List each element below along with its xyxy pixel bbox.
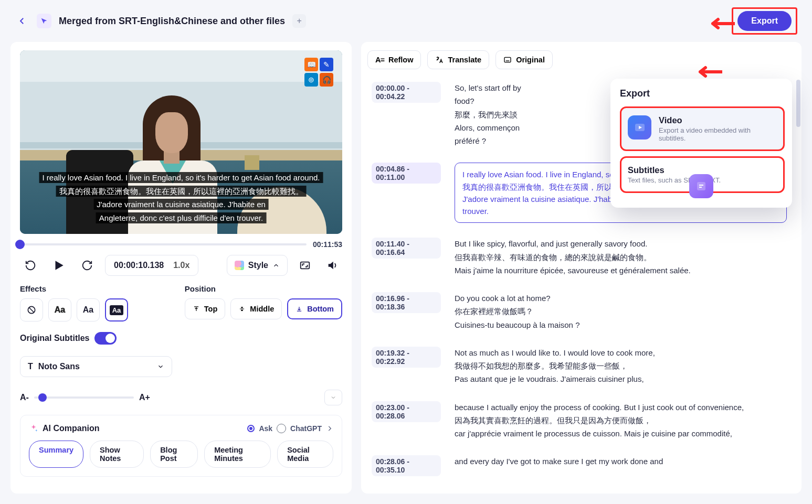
font-size-row: A- A+	[20, 390, 342, 405]
svg-rect-4	[697, 182, 705, 190]
transcript-timestamp[interactable]: 00:16.96 - 00:18.36	[372, 292, 441, 313]
effect-plain[interactable]: Aa	[77, 298, 100, 321]
left-panel: 📖 ✎ ⊚ 🎧 I really love Asian food. I live…	[10, 42, 352, 494]
badge-icon: 📖	[304, 58, 318, 71]
position-middle[interactable]: Middle	[230, 298, 282, 319]
chevron-right-icon	[326, 425, 333, 432]
back-button[interactable]	[15, 14, 29, 28]
transcript-row[interactable]: 00:11.40 - 00:16.64But I like spicy, fla…	[367, 230, 791, 285]
export-video-title: Video	[659, 115, 777, 125]
subtitles-export-icon	[689, 174, 713, 198]
transcript-row[interactable]: 00:16.96 - 00:18.36Do you cook a lot at …	[367, 285, 791, 339]
effect-boxed[interactable]: Aa	[105, 298, 128, 321]
add-file-button[interactable]: +	[292, 14, 306, 28]
transcript-line: Cuisines-tu beaucoup à la maison ?	[455, 319, 787, 331]
transcript-line: But I like spicy, flavorful, and just ge…	[455, 238, 787, 250]
original-subtitles-row: Original Subtitles	[20, 332, 342, 345]
play-button[interactable]	[48, 255, 69, 276]
transcript-text[interactable]: Not as much as I would like to. I would …	[455, 347, 787, 387]
transcript-timestamp[interactable]: 00:00.00 - 00:04.22	[372, 82, 441, 103]
video-scrubber[interactable]	[20, 243, 307, 245]
transcript-row[interactable]: 00:23.00 - 00:28.06because I actually en…	[367, 394, 791, 448]
transcript-text[interactable]: Do you cook a lot at home?你在家裡經常做飯嗎？Cuis…	[455, 292, 787, 332]
transcript-text[interactable]: and every day I've got to make sure I ge…	[455, 455, 787, 468]
playback-speed[interactable]: 1.0x	[173, 261, 189, 270]
ai-chip-meeting-minutes[interactable]: Meeting Minutes	[204, 441, 271, 468]
transcript-timestamp[interactable]: 00:23.00 - 00:28.06	[372, 401, 441, 422]
timecode-box[interactable]: 00:00:10.138 1.0x	[105, 255, 198, 276]
transcript-text[interactable]: But I like spicy, flavorful, and just ge…	[455, 238, 787, 277]
ai-chip-social-media[interactable]: Social Media	[277, 441, 333, 468]
transcript-timestamp[interactable]: 00:11.40 - 00:16.64	[372, 238, 441, 259]
subtitle-line-en: I really love Asian food. I live in Engl…	[39, 172, 323, 183]
burned-subtitles: I really love Asian food. I live in Engl…	[33, 171, 330, 224]
ai-provider-label: ChatGPT	[290, 424, 322, 433]
transcript-row[interactable]: 00:19.32 - 00:22.92Not as much as I woul…	[367, 339, 791, 394]
original-button[interactable]: Original	[495, 50, 553, 69]
video-preview[interactable]: 📖 ✎ ⊚ 🎧 I really love Asian food. I live…	[20, 50, 342, 234]
video-duration: 00:11:53	[313, 240, 342, 249]
effects-section: Effects Aa Aa Aa	[20, 284, 153, 321]
transcript-line: 但我喜歡辛辣、有味道的食物，總的來說就是鹹的食物。	[455, 251, 787, 263]
position-bottom[interactable]: Bottom	[287, 298, 342, 319]
ai-chip-row: SummaryShow NotesBlog PostMeeting Minute…	[29, 441, 333, 468]
export-popover: Export Video Export a video embedded wit…	[610, 79, 792, 208]
transcript-timestamp[interactable]: 00:28.06 - 00:35.10	[372, 455, 441, 476]
font-size-preset-dropdown[interactable]	[324, 390, 342, 405]
ai-chip-show-notes[interactable]: Show Notes	[90, 441, 144, 468]
transcript-line: Mais j'aime la nourriture épicée, savour…	[455, 264, 787, 276]
transcript-line: Do you cook a lot at home?	[455, 292, 787, 304]
transcript-line: and every day I've got to make sure I ge…	[455, 455, 787, 467]
export-video-desc: Export a video embedded with subtitles.	[659, 126, 777, 142]
effect-none[interactable]	[20, 298, 43, 321]
font-name: Noto Sans	[38, 362, 80, 371]
chevron-up-icon	[272, 262, 280, 269]
position-top[interactable]: Top	[185, 298, 226, 319]
transcript-line: 因為我其實喜歡烹飪的過程。但我只是因為方便而做飯，	[455, 414, 787, 426]
effect-outline[interactable]: Aa	[48, 298, 71, 321]
volume-button[interactable]	[322, 255, 342, 275]
rewind-button[interactable]	[20, 255, 41, 276]
forward-button[interactable]	[77, 255, 98, 276]
export-option-video[interactable]: Video Export a video embedded with subti…	[620, 106, 785, 151]
ai-companion-title: AI Companion	[29, 424, 99, 433]
transcript-line: Pas autant que je le voudrais. J'aimerai…	[455, 373, 787, 385]
playback-controls: 00:00:10.138 1.0x Style	[20, 255, 342, 276]
export-option-subtitles[interactable]: Subtitles Text files, such as SRT or TXT…	[620, 156, 785, 193]
transcript-timestamp[interactable]: 00:04.86 - 00:11.00	[372, 163, 441, 184]
transcript-line: because I actually enjoy the process of …	[455, 401, 787, 413]
export-button[interactable]: Export	[737, 11, 792, 31]
transcript-timestamp[interactable]: 00:19.32 - 00:22.92	[372, 347, 441, 368]
ai-ask-label: Ask	[259, 424, 272, 433]
ai-chip-blog-post[interactable]: Blog Post	[150, 441, 198, 468]
chatgpt-icon	[277, 424, 286, 433]
svg-rect-0	[301, 262, 310, 269]
transcript-line: 你在家裡經常做飯嗎？	[455, 305, 787, 317]
fullscreen-button[interactable]	[295, 255, 315, 275]
style-flower-icon	[235, 261, 244, 270]
timecode-value: 00:00:10.138	[114, 261, 164, 270]
position-title: Position	[185, 284, 342, 293]
font-increase[interactable]: A+	[139, 393, 150, 402]
style-sections: Effects Aa Aa Aa Position Top Middle Bot…	[20, 284, 342, 321]
ai-chip-summary[interactable]: Summary	[29, 441, 83, 468]
scrollbar[interactable]	[795, 73, 800, 480]
ai-ask-row[interactable]: Ask ChatGPT	[247, 424, 333, 433]
svg-rect-2	[504, 57, 511, 62]
font-decrease[interactable]: A-	[20, 393, 29, 402]
font-dropdown[interactable]: TNoto Sans	[20, 356, 172, 377]
transcript-line: car j'apprécie vraiment le processus de …	[455, 427, 787, 439]
page-title: Merged from SRT-English&Chinese and othe…	[59, 16, 285, 27]
badge-icon: 🎧	[320, 73, 333, 87]
original-subtitles-toggle[interactable]	[94, 332, 117, 345]
app-logo-icon	[37, 14, 51, 28]
ai-companion-panel: AI Companion Ask ChatGPT SummaryShow Not…	[20, 415, 342, 477]
header-bar: Merged from SRT-English&Chinese and othe…	[0, 0, 812, 42]
transcript-row[interactable]: 00:28.06 - 00:35.10and every day I've go…	[367, 448, 791, 484]
badge-icon: ✎	[320, 58, 333, 71]
transcript-text[interactable]: because I actually enjoy the process of …	[455, 401, 787, 441]
style-dropdown[interactable]: Style	[227, 255, 288, 276]
font-size-slider[interactable]	[34, 396, 134, 399]
translate-button[interactable]: Translate	[427, 50, 489, 69]
reflow-button[interactable]: A≡Reflow	[367, 50, 421, 69]
